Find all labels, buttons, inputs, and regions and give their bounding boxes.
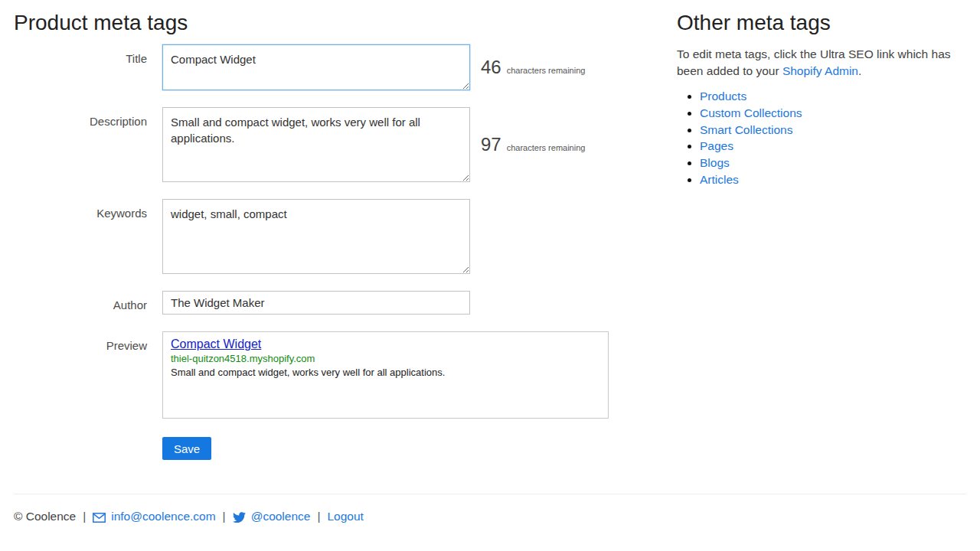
shopify-admin-link[interactable]: Shopify Admin (782, 64, 858, 77)
sidebar-intro-suffix: . (858, 64, 861, 77)
title-label: Title (14, 44, 162, 90)
preview-result-title: Compact Widget (171, 336, 261, 352)
pages-link[interactable]: Pages (700, 139, 733, 152)
preview-result-description: Small and compact widget, works very wel… (171, 366, 600, 379)
products-link[interactable]: Products (700, 90, 746, 103)
title-field-row: Title Compact Widget 46 characters remai… (14, 44, 665, 90)
meta-tags-link-list: Products Custom Collections Smart Collec… (677, 88, 966, 188)
other-meta-tags-section: Other meta tags To edit meta tags, click… (677, 9, 966, 188)
description-textarea[interactable]: Small and compact widget, works very wel… (162, 107, 470, 182)
twitter-link[interactable]: @coolence (233, 510, 311, 523)
footer-separator: | (83, 510, 86, 523)
product-meta-tags-section: Product meta tags Title Compact Widget 4… (14, 9, 665, 460)
sidebar-intro: To edit meta tags, click the Ultra SEO l… (677, 46, 966, 80)
save-row: Save (162, 437, 665, 460)
author-field-row: Author (14, 291, 665, 315)
preview-label: Preview (14, 331, 162, 419)
list-item: Custom Collections (700, 105, 966, 122)
twitter-link-label: @coolence (251, 510, 311, 523)
description-char-counter: 97 characters remaining (481, 134, 585, 155)
email-link[interactable]: info@coolence.com (93, 510, 215, 523)
search-result-preview: Compact Widget thiel-quitzon4518.myshopi… (162, 331, 609, 419)
logout-link[interactable]: Logout (327, 510, 363, 523)
twitter-bird-icon (233, 512, 246, 523)
title-char-counter: 46 characters remaining (481, 57, 585, 78)
title-char-count: 46 (481, 57, 501, 78)
custom-collections-link[interactable]: Custom Collections (700, 106, 802, 119)
author-input[interactable] (162, 291, 470, 315)
blogs-link[interactable]: Blogs (700, 156, 730, 169)
description-char-count-label: characters remaining (507, 143, 586, 152)
list-item: Products (700, 88, 966, 105)
description-char-count: 97 (481, 134, 501, 155)
description-label: Description (14, 107, 162, 182)
envelope-icon (93, 513, 106, 523)
footer: © Coolence | info@coolence.com | @coolen… (14, 510, 364, 523)
author-label: Author (14, 291, 162, 315)
preview-result-url: thiel-quitzon4518.myshopify.com (171, 352, 600, 365)
title-char-count-label: characters remaining (507, 66, 586, 75)
email-link-label: info@coolence.com (111, 510, 215, 523)
preview-row: Preview Compact Widget thiel-quitzon4518… (14, 331, 665, 419)
footer-divider (14, 494, 966, 494)
list-item: Blogs (700, 155, 966, 171)
description-field-row: Description Small and compact widget, wo… (14, 107, 665, 182)
footer-separator: | (317, 510, 320, 523)
footer-separator: | (223, 510, 226, 523)
keywords-label: Keywords (14, 199, 162, 274)
save-button[interactable]: Save (162, 437, 211, 460)
list-item: Pages (700, 138, 966, 155)
list-item: Smart Collections (700, 122, 966, 139)
articles-link[interactable]: Articles (700, 173, 739, 186)
copyright-text: © Coolence (14, 510, 76, 523)
list-item: Articles (700, 171, 966, 188)
page-title: Product meta tags (14, 9, 665, 37)
keywords-textarea[interactable]: widget, small, compact (162, 199, 470, 274)
smart-collections-link[interactable]: Smart Collections (700, 123, 792, 136)
title-textarea[interactable]: Compact Widget (162, 44, 470, 90)
sidebar-title: Other meta tags (677, 9, 966, 37)
keywords-field-row: Keywords widget, small, compact (14, 199, 665, 274)
